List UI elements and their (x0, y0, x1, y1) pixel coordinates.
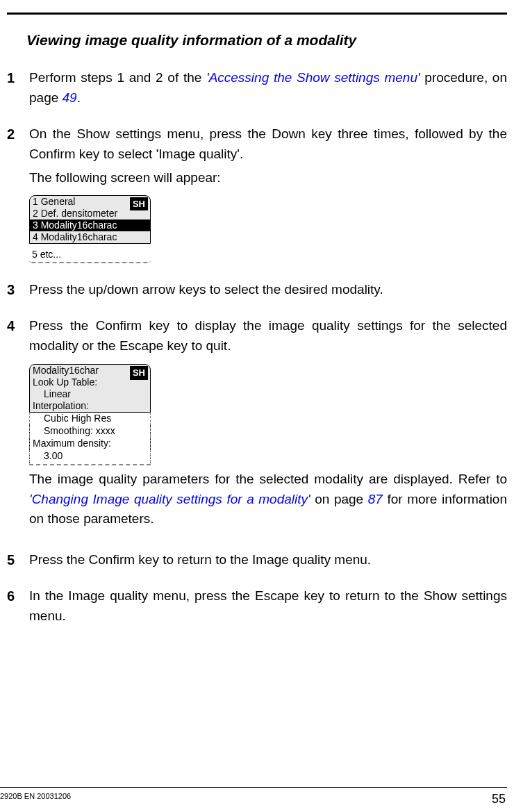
link-accessing-show-settings[interactable]: 'Accessing the Show settings menu' (206, 70, 420, 85)
screen-overflow: 5 etc... (29, 248, 151, 263)
screen-row: Smoothing: xxxx (29, 425, 151, 438)
step-6: 6 In the Image quality menu, press the E… (7, 586, 507, 626)
step-text: On the Show settings menu, press the Dow… (29, 124, 507, 164)
link-changing-image-quality[interactable]: 'Changing Image quality settings for a m… (29, 492, 310, 506)
screen-row-etc: 5 etc... (29, 248, 151, 260)
step-4: 4 Press the Confirm key to display the i… (7, 316, 507, 533)
step-number: 3 (7, 280, 29, 300)
screen-row: Interpolation: (30, 400, 150, 412)
step-3: 3 Press the up/down arrow keys to select… (7, 280, 507, 300)
step-text: Perform steps 1 and 2 of the (29, 70, 206, 85)
document-id: 2920B EN 20031206 (0, 792, 71, 806)
step-5: 5 Press the Confirm key to return to the… (7, 550, 507, 570)
screen-overflow: Cubic High Res Smoothing: xxxx Maximum d… (29, 413, 151, 465)
step-text: on page (310, 492, 368, 506)
screen-row: Modality16char (30, 365, 150, 376)
step-text: The following screen will appear: (29, 168, 507, 188)
step-text: Press the up/down arrow keys to select t… (29, 280, 507, 300)
step-text: In the Image quality menu, press the Esc… (29, 586, 507, 626)
screen-row: 2 Def. densitometer (30, 208, 150, 219)
screen-row: Maximum density: (29, 438, 151, 450)
step-number: 6 (7, 586, 29, 626)
screen-row: Look Up Table: (30, 376, 150, 388)
screen-row: 3.00 (29, 450, 151, 463)
screen-row: Linear (30, 388, 150, 400)
lcd-screen-2: SH Modality16char Look Up Table: Linear … (29, 364, 151, 413)
step-number: 5 (7, 550, 29, 570)
step-text: Press the Confirm key to display the ima… (29, 316, 507, 356)
step-text: The image quality parameters for the sel… (29, 472, 507, 486)
lcd-screen-1: SH 1 General 2 Def. densitometer 3 Modal… (29, 195, 151, 244)
page-ref-link[interactable]: 49 (63, 90, 77, 105)
screen-row: 4 Modality16charac (30, 231, 150, 243)
page-number: 55 (492, 792, 506, 806)
step-1: 1 Perform steps 1 and 2 of the 'Accessin… (7, 68, 507, 108)
step-number: 2 (7, 124, 29, 263)
step-number: 4 (7, 316, 29, 533)
screen-row: 1 General (30, 196, 150, 208)
screen-row: Cubic High Res (29, 413, 151, 425)
step-2: 2 On the Show settings menu, press the D… (7, 124, 507, 263)
screen-row-selected: 3 Modality16charac (30, 219, 150, 231)
step-number: 1 (7, 68, 29, 108)
page-ref-link[interactable]: 87 (368, 492, 383, 506)
page-footer: 2920B EN 20031206 55 (0, 787, 514, 806)
step-text: Press the Confirm key to return to the I… (29, 550, 507, 570)
step-text: . (77, 90, 81, 105)
section-title: Viewing image quality information of a m… (26, 32, 507, 49)
